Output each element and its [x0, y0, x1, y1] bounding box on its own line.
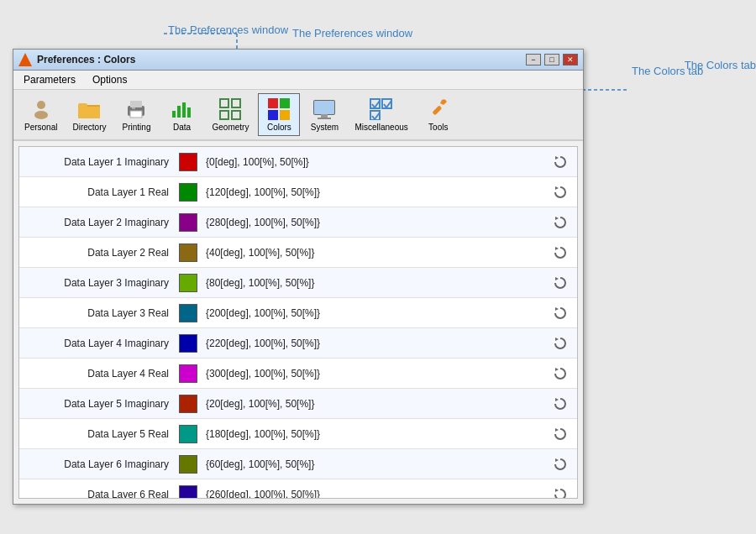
reset-button[interactable] [552, 486, 569, 499]
svg-marker-41 [555, 277, 559, 280]
row-label: Data Layer 4 Real [28, 368, 179, 380]
svg-rect-27 [268, 110, 278, 120]
svg-rect-22 [232, 99, 240, 107]
svg-marker-38 [555, 186, 559, 190]
color-swatch[interactable] [179, 243, 197, 262]
svg-rect-23 [220, 111, 228, 119]
printer-icon [124, 97, 148, 121]
svg-marker-45 [555, 398, 559, 401]
data-label: Data [173, 123, 191, 132]
row-label: Data Layer 5 Imaginary [28, 398, 179, 410]
color-swatch[interactable] [179, 364, 197, 383]
color-swatch[interactable] [179, 425, 197, 443]
row-label: Data Layer 6 Imaginary [28, 458, 179, 470]
content-area: Data Layer 1 Imaginary{0[deg], 100[%], 5… [18, 146, 578, 499]
title-bar: Preferences : Colors − □ ✕ [13, 50, 583, 71]
reset-button[interactable] [552, 275, 569, 291]
reset-button[interactable] [552, 244, 569, 261]
color-row: Data Layer 3 Imaginary{80[deg], 100[%], … [19, 268, 577, 298]
svg-text:The Preferences window: The Preferences window [292, 27, 413, 39]
svg-marker-48 [555, 489, 559, 492]
reset-button[interactable] [552, 456, 569, 473]
grid-icon [218, 97, 242, 121]
maximize-button[interactable]: □ [544, 54, 559, 65]
row-label: Data Layer 1 Real [28, 186, 179, 198]
preferences-annotation-text: The Preferences window [168, 24, 288, 36]
svg-rect-16 [132, 107, 135, 109]
svg-rect-24 [232, 111, 240, 119]
svg-rect-32 [318, 118, 331, 119]
color-swatch[interactable] [179, 334, 197, 353]
reset-button[interactable] [552, 365, 569, 382]
row-label: Data Layer 2 Imaginary [28, 217, 179, 228]
reset-button[interactable] [552, 395, 569, 412]
preferences-annotation: The Preferences window [168, 24, 288, 36]
reset-button[interactable] [552, 154, 569, 170]
svg-rect-28 [280, 110, 290, 120]
reset-button[interactable] [552, 426, 569, 442]
color-row: Data Layer 2 Imaginary{280[deg], 100[%],… [19, 207, 577, 238]
reset-button[interactable] [552, 335, 569, 352]
svg-marker-40 [555, 247, 559, 250]
svg-rect-36 [432, 105, 442, 115]
geometry-label: Geometry [212, 123, 249, 132]
colors-label: Colors [267, 123, 291, 132]
svg-marker-37 [555, 156, 559, 160]
svg-rect-14 [130, 101, 142, 107]
minimize-button[interactable]: − [526, 54, 541, 65]
toolbar-tools[interactable]: Tools [417, 93, 459, 136]
toolbar-data[interactable]: Data [160, 93, 202, 136]
svg-rect-17 [172, 111, 176, 118]
toolbar-system[interactable]: System [303, 93, 345, 136]
svg-rect-26 [280, 98, 290, 108]
row-label: Data Layer 1 Imaginary [28, 156, 179, 168]
color-swatch[interactable] [179, 213, 197, 232]
close-button[interactable]: ✕ [563, 54, 578, 65]
svg-point-8 [34, 111, 48, 119]
reset-button[interactable] [552, 184, 569, 201]
color-row: Data Layer 4 Imaginary{220[deg], 100[%],… [19, 328, 577, 359]
row-label: Data Layer 4 Imaginary [28, 338, 179, 349]
color-row: Data Layer 6 Real{260[deg], 100[%], 50[%… [19, 479, 577, 498]
color-swatch[interactable] [179, 485, 197, 499]
row-value: {260[deg], 100[%], 50[%]} [206, 489, 552, 499]
toolbar-printing[interactable]: Printing [115, 93, 157, 136]
svg-rect-12 [78, 107, 100, 118]
personal-label: Personal [24, 123, 57, 132]
svg-rect-19 [182, 102, 186, 118]
color-row: Data Layer 4 Real{300[deg], 100[%], 50[%… [19, 359, 577, 389]
color-swatch[interactable] [179, 455, 197, 474]
row-value: {300[deg], 100[%], 50[%]} [206, 368, 552, 380]
toolbar: Personal Directory [13, 90, 583, 141]
reset-button[interactable] [552, 305, 569, 322]
svg-marker-44 [555, 368, 559, 371]
color-swatch[interactable] [179, 395, 197, 413]
color-swatch[interactable] [179, 153, 197, 171]
menu-parameters[interactable]: Parameters [20, 72, 79, 87]
reset-button[interactable] [552, 214, 569, 231]
monitor-icon [312, 97, 336, 121]
toolbar-colors[interactable]: Colors [258, 93, 300, 136]
toolbar-geometry[interactable]: Geometry [206, 93, 255, 136]
row-label: Data Layer 6 Real [28, 489, 179, 499]
svg-marker-47 [555, 458, 559, 462]
color-row: Data Layer 6 Imaginary{60[deg], 100[%], … [19, 449, 577, 479]
svg-rect-18 [177, 106, 181, 118]
colors-annotation-text: The Colors tab [685, 59, 756, 71]
color-list[interactable]: Data Layer 1 Imaginary{0[deg], 100[%], 5… [19, 147, 577, 498]
row-label: Data Layer 3 Imaginary [28, 277, 179, 289]
menu-options[interactable]: Options [89, 72, 130, 87]
svg-marker-46 [555, 428, 559, 432]
toolbar-directory[interactable]: Directory [66, 93, 112, 136]
toolbar-personal[interactable]: Personal [18, 93, 63, 136]
color-row: Data Layer 1 Imaginary{0[deg], 100[%], 5… [19, 147, 577, 177]
color-swatch[interactable] [179, 274, 197, 292]
miscellaneous-label: Miscellaneous [354, 123, 407, 132]
row-label: Data Layer 5 Real [28, 428, 179, 440]
wrench-icon [427, 97, 450, 121]
color-swatch[interactable] [179, 304, 197, 322]
window-title: Preferences : Colors [37, 54, 135, 65]
toolbar-miscellaneous[interactable]: Miscellaneous [349, 93, 413, 136]
color-swatch[interactable] [179, 183, 197, 202]
color-row: Data Layer 3 Real{200[deg], 100[%], 50[%… [19, 298, 577, 328]
